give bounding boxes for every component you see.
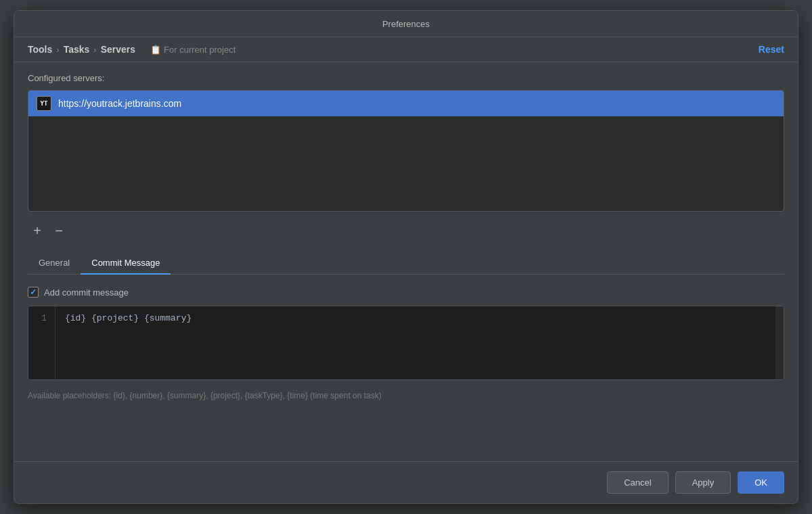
remove-server-button[interactable]: − xyxy=(49,221,68,240)
tab-content-commit-message: Add commit message 1 {id} {project} {sum… xyxy=(28,281,784,450)
preferences-dialog: Preferences Tools › Tasks › Servers 📋 Fo… xyxy=(14,10,798,504)
placeholder-hint: Available placeholders: {id}, {number}, … xyxy=(28,391,784,400)
line-numbers: 1 xyxy=(28,306,55,379)
add-server-button[interactable]: + xyxy=(28,221,47,240)
editor-scrollbar[interactable] xyxy=(775,306,784,379)
footer: Cancel Apply OK xyxy=(14,461,798,503)
main-content: Configured servers: YT https://youtrack.… xyxy=(14,62,798,461)
server-item[interactable]: YT https://youtrack.jetbrains.com xyxy=(28,91,784,116)
reset-button[interactable]: Reset xyxy=(759,44,784,55)
for-current-project: 📋 For current project xyxy=(150,45,235,55)
yt-icon: YT xyxy=(37,96,51,111)
add-commit-message-row: Add commit message xyxy=(28,287,784,298)
breadcrumb-sep-2: › xyxy=(93,45,96,55)
ok-button[interactable]: OK xyxy=(738,471,784,494)
list-actions: + − xyxy=(28,218,784,243)
cancel-button[interactable]: Cancel xyxy=(607,471,668,494)
breadcrumb-sep-1: › xyxy=(56,45,59,55)
dialog-title: Preferences xyxy=(382,19,430,29)
server-list: YT https://youtrack.jetbrains.com xyxy=(28,90,784,212)
breadcrumb-tasks[interactable]: Tasks xyxy=(64,44,90,55)
breadcrumb-row: Tools › Tasks › Servers 📋 For current pr… xyxy=(14,37,798,62)
breadcrumb-tools[interactable]: Tools xyxy=(28,44,52,55)
breadcrumb-servers[interactable]: Servers xyxy=(101,44,135,55)
commit-message-editor[interactable]: 1 {id} {project} {summary} xyxy=(28,306,784,380)
commit-message-input[interactable]: {id} {project} {summary} xyxy=(55,306,775,379)
tab-commit-message[interactable]: Commit Message xyxy=(81,252,171,275)
tab-general[interactable]: General xyxy=(28,252,81,275)
add-commit-message-checkbox[interactable] xyxy=(28,287,39,298)
project-icon: 📋 xyxy=(150,45,161,55)
server-url: https://youtrack.jetbrains.com xyxy=(58,98,181,109)
configured-servers-label: Configured servers: xyxy=(28,73,784,83)
tabs-row: General Commit Message xyxy=(28,252,784,275)
title-bar: Preferences xyxy=(14,11,798,37)
apply-button[interactable]: Apply xyxy=(675,471,731,494)
add-commit-message-label: Add commit message xyxy=(44,287,129,298)
